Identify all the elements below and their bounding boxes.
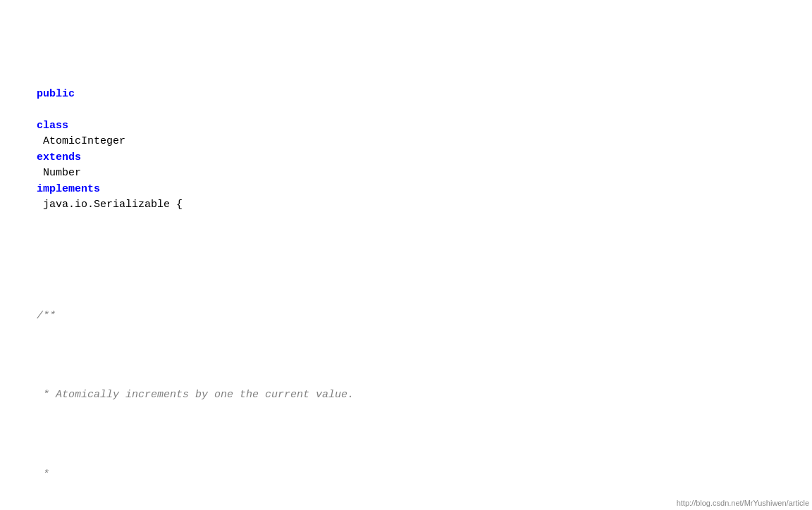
keyword-class: class	[37, 120, 68, 132]
code-line-1: public class AtomicInteger extends Numbe…	[11, 70, 801, 229]
code-line-javadoc-desc: * Atomically increments by one the curre…	[11, 372, 801, 420]
watermark: http://blog.csdn.net/MrYushiwen/article	[677, 497, 809, 509]
comment-empty: *	[37, 468, 49, 480]
code-line-javadoc-empty: *	[11, 451, 801, 499]
keyword-implements: implements	[37, 183, 100, 195]
code-line-javadoc-start: /**	[11, 292, 801, 340]
comment-desc: * Atomically increments by one the curre…	[37, 389, 354, 401]
code-block: public class AtomicInteger extends Numbe…	[11, 7, 801, 510]
keyword-public: public	[37, 88, 75, 100]
keyword-extends: extends	[37, 151, 81, 163]
comment-start: /**	[37, 310, 56, 322]
